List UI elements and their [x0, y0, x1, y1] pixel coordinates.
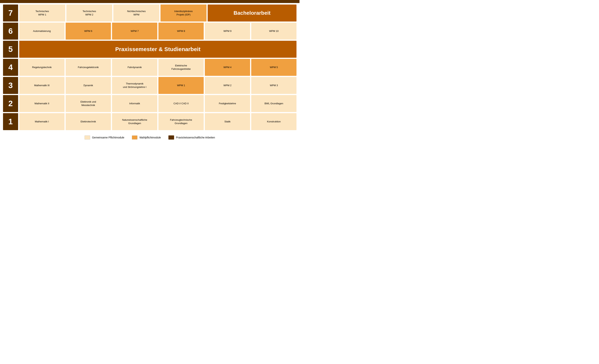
- semester-row-2: 2Mathematik IIElektronik undMesstechnikI…: [3, 95, 297, 112]
- semester-number-4: 4: [3, 59, 18, 76]
- module-cell-r6-c5: WPM 10: [251, 23, 297, 40]
- module-cell-r1-c2: NaturwissenschaftlicheGrundlagen: [112, 113, 157, 130]
- semester-row-6: 6AutomatisierungWPM 6WPM 7WPM 8WPM 9WPM …: [3, 23, 297, 40]
- module-cell-r7-c3: InterdisziplinäresProjekt (IDP): [160, 5, 207, 21]
- module-cell-r7-c1: TechnischesWPM 2: [66, 5, 112, 21]
- semester-number-1: 1: [3, 113, 18, 130]
- legend-label-1: Wahlpflichtmodule: [139, 136, 161, 139]
- module-cell-r1-c1: Elektrotechnik: [66, 113, 111, 130]
- module-cell-r4-c3: ElektrischeFahrzeugantriebe: [159, 59, 204, 76]
- semester-row-3: 3Mathematik IIIDynamikThermodynamikund S…: [3, 77, 297, 94]
- module-cell-r6-c1: WPM 6: [66, 23, 111, 40]
- semester-row-5: 5Praxissemester & Studienarbeit: [3, 41, 297, 58]
- grid-container: 7TechnischesWPM 1TechnischesWPM 2Nichtte…: [0, 3, 300, 132]
- module-cell-r2-c2: Informatik: [112, 95, 157, 112]
- semester-number-7: 7: [3, 5, 18, 21]
- module-cell-r4-c2: Fahrdynamik: [112, 59, 157, 76]
- legend-color-box-0: [85, 135, 90, 140]
- module-cell-r2-c3: CAD I/ CAD II: [159, 95, 204, 112]
- module-cell-r2-c0: Mathematik II: [19, 95, 64, 112]
- module-cell-r5-c0: Praxissemester & Studienarbeit: [19, 41, 297, 58]
- module-cell-r3-c3: WPM 1: [159, 77, 204, 94]
- semester-number-5: 5: [3, 41, 18, 58]
- legend-item-2: Praxis/wissenschaftliche Arbeiten: [168, 135, 215, 140]
- module-cell-r3-c4: WPM 2: [205, 77, 250, 94]
- semester-row-7: 7TechnischesWPM 1TechnischesWPM 2Nichtte…: [3, 5, 297, 21]
- legend-label-0: Gemeinsame Pflichtmodule: [92, 136, 124, 139]
- module-cell-r1-c4: Statik: [205, 113, 250, 130]
- semester-number-6: 6: [3, 23, 18, 40]
- module-cell-r3-c0: Mathematik III: [19, 77, 64, 94]
- module-cell-r7-c4: Bachelorarbeit: [208, 5, 297, 21]
- legend-label-2: Praxis/wissenschaftliche Arbeiten: [176, 136, 215, 139]
- module-cell-r7-c2: NichttechnischesWPM: [113, 5, 159, 21]
- module-cell-r2-c5: BWL Grundlagen: [251, 95, 297, 112]
- module-cell-r1-c3: FahrzeugtechnischeGrundlagen: [159, 113, 204, 130]
- module-cell-r7-c0: TechnischesWPM 1: [19, 5, 65, 21]
- module-cell-r2-c1: Elektronik undMesstechnik: [66, 95, 111, 112]
- module-cell-r6-c3: WPM 8: [159, 23, 204, 40]
- module-cell-r3-c5: WPM 3: [251, 77, 297, 94]
- module-cell-r6-c2: WPM 7: [112, 23, 157, 40]
- module-cell-r2-c4: Festigkeitslehre: [205, 95, 250, 112]
- module-cell-r6-c4: WPM 9: [205, 23, 250, 40]
- semester-number-2: 2: [3, 95, 18, 112]
- module-cell-r4-c0: Regelungstechnik: [19, 59, 64, 76]
- module-cell-r3-c2: Thermodynamikund Strömungslehre I: [112, 77, 157, 94]
- legend-item-1: Wahlpflichtmodule: [132, 135, 161, 140]
- module-cell-r4-c4: WPM 4: [205, 59, 250, 76]
- module-cell-r4-c1: Fahrzeugelektronik: [66, 59, 111, 76]
- module-cell-r1-c0: Mathematik I: [19, 113, 64, 130]
- legend-color-box-1: [132, 135, 138, 140]
- semester-number-3: 3: [3, 77, 18, 94]
- legend-color-box-2: [168, 135, 174, 140]
- module-cell-r6-c0: Automatisierung: [19, 23, 64, 40]
- module-cell-r4-c5: WPM 5: [251, 59, 297, 76]
- semester-row-1: 1Mathematik IElektrotechnikNaturwissensc…: [3, 113, 297, 130]
- semester-row-4: 4RegelungstechnikFahrzeugelektronikFahrd…: [3, 59, 297, 76]
- legend-item-0: Gemeinsame Pflichtmodule: [85, 135, 124, 140]
- legend: Gemeinsame PflichtmoduleWahlpflichtmodul…: [0, 132, 300, 142]
- module-cell-r1-c5: Konstruktion: [251, 113, 297, 130]
- module-cell-r3-c1: Dynamik: [66, 77, 111, 94]
- header-bar: [0, 0, 300, 3]
